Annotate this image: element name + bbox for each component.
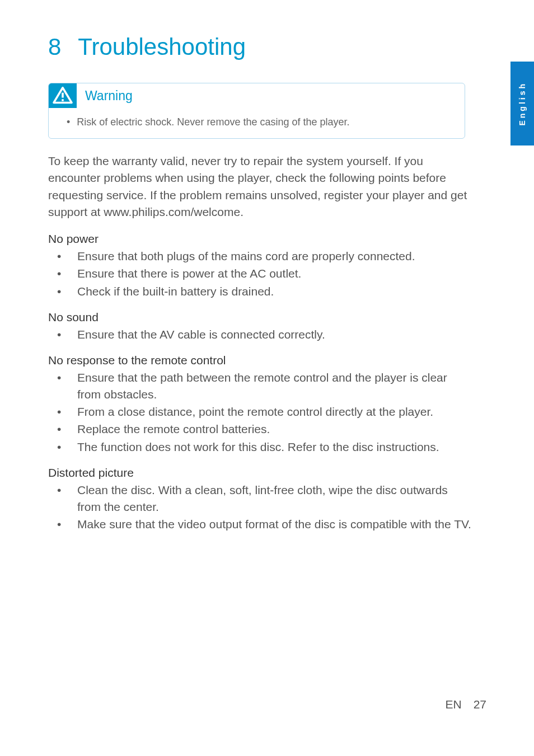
bullet-marker: • — [48, 482, 77, 515]
language-tab-label: English — [518, 82, 527, 126]
bullet-text: Clean the disc. With a clean, soft, lint… — [77, 482, 474, 515]
bullet-text: Make sure that the video output format o… — [77, 516, 474, 532]
bullet-marker: • — [67, 116, 70, 128]
chapter-heading: 8Troubleshooting — [48, 34, 489, 60]
bullet-list: • Ensure that the AV cable is connected … — [48, 326, 474, 342]
bullet-marker: • — [48, 248, 77, 264]
warning-body: • Risk of electric shock. Never remove t… — [49, 108, 465, 138]
language-tab: English — [510, 62, 534, 145]
bullet-text: Check if the built-in battery is drained… — [77, 283, 474, 299]
bullet-marker: • — [48, 369, 77, 402]
section-no-response: No response to the remote control • Ensu… — [48, 354, 474, 455]
list-item: • Make sure that the video output format… — [48, 516, 474, 532]
footer-language: EN — [446, 698, 462, 711]
section-heading: No sound — [48, 311, 474, 324]
svg-rect-0 — [62, 93, 64, 98]
list-item: • The function does not work for this di… — [48, 439, 474, 455]
bullet-marker: • — [48, 516, 77, 532]
bullet-marker: • — [48, 326, 77, 342]
list-item: • Ensure that there is power at the AC o… — [48, 265, 474, 281]
list-item: • Check if the built-in battery is drain… — [48, 283, 474, 299]
list-item: • From a close distance, point the remot… — [48, 403, 474, 420]
bullet-list: • Clean the disc. With a clean, soft, li… — [48, 482, 474, 532]
list-item: • Ensure that both plugs of the mains co… — [48, 248, 474, 264]
bullet-marker: • — [48, 439, 77, 455]
bullet-text: The function does not work for this disc… — [77, 439, 474, 455]
warning-title: Warning — [85, 88, 133, 104]
list-item: • Replace the remote control batteries. — [48, 421, 474, 437]
warning-item: • Risk of electric shock. Never remove t… — [67, 116, 453, 128]
bullet-list: • Ensure that both plugs of the mains co… — [48, 248, 474, 299]
bullet-text: Ensure that both plugs of the mains cord… — [77, 248, 474, 264]
bullet-text: Replace the remote control batteries. — [77, 421, 474, 437]
warning-item-text: Risk of electric shock. Never remove the… — [77, 116, 349, 128]
chapter-title: Troubleshooting — [78, 34, 246, 60]
svg-rect-1 — [62, 99, 64, 101]
bullet-marker: • — [48, 403, 77, 420]
bullet-text: Ensure that the AV cable is connected co… — [77, 326, 474, 342]
list-item: • Ensure that the path between the remot… — [48, 369, 474, 402]
footer-page-number: 27 — [474, 698, 486, 711]
chapter-number: 8 — [48, 34, 61, 60]
list-item: • Clean the disc. With a clean, soft, li… — [48, 482, 474, 515]
bullet-list: • Ensure that the path between the remot… — [48, 369, 474, 455]
list-item: • Ensure that the AV cable is connected … — [48, 326, 474, 342]
warning-box: Warning • Risk of electric shock. Never … — [48, 83, 465, 139]
intro-paragraph: To keep the warranty valid, never try to… — [48, 153, 468, 221]
bullet-marker: • — [48, 265, 77, 281]
section-distorted-picture: Distorted picture • Clean the disc. With… — [48, 466, 474, 532]
section-heading: Distorted picture — [48, 466, 474, 480]
bullet-text: From a close distance, point the remote … — [77, 403, 474, 420]
section-heading: No response to the remote control — [48, 354, 474, 367]
section-heading: No power — [48, 232, 474, 246]
bullet-text: Ensure that there is power at the AC out… — [77, 265, 474, 281]
bullet-text: Ensure that the path between the remote … — [77, 369, 474, 402]
bullet-marker: • — [48, 283, 77, 299]
bullet-marker: • — [48, 421, 77, 437]
warning-header: Warning — [49, 83, 465, 108]
section-no-sound: No sound • Ensure that the AV cable is c… — [48, 311, 474, 342]
page-footer: EN 27 — [446, 698, 486, 711]
warning-triangle-icon — [49, 83, 77, 108]
section-no-power: No power • Ensure that both plugs of the… — [48, 232, 474, 299]
